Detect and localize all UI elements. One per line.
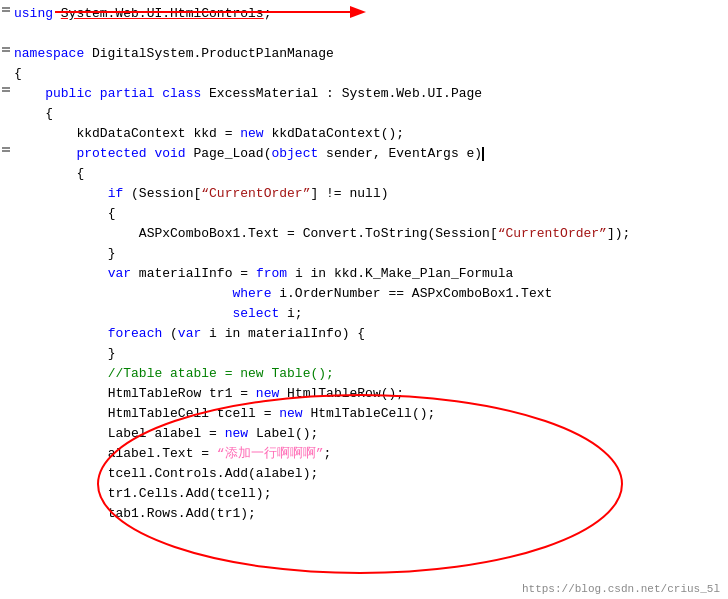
code-line: using System.Web.UI.HtmlControls; <box>0 4 728 24</box>
code-token: foreach <box>108 326 170 341</box>
code-line: ASPxComboBox1.Text = Convert.ToString(Se… <box>0 224 728 244</box>
code-token: sender, EventArgs e) <box>326 146 482 161</box>
code-line: } <box>0 244 728 264</box>
line-content: namespace DigitalSystem.ProductPlanManag… <box>12 44 728 64</box>
code-line: where i.OrderNumber == ASPxComboBox1.Tex… <box>0 284 728 304</box>
code-token: “CurrentOrder” <box>498 226 607 241</box>
code-line: var materialInfo = from i in kkd.K_Make_… <box>0 264 728 284</box>
code-token: i in materialInfo) { <box>209 326 365 341</box>
gutter-icon <box>0 84 12 94</box>
line-content: ASPxComboBox1.Text = Convert.ToString(Se… <box>12 224 728 244</box>
svg-rect-8 <box>2 150 10 152</box>
code-token: : <box>318 86 341 101</box>
code-token: (); <box>295 426 318 441</box>
code-token: from <box>256 266 295 281</box>
code-token: namespace <box>14 46 92 61</box>
code-token: object <box>271 146 326 161</box>
code-token: tr1.Cells.Add(tcell); <box>108 486 272 501</box>
code-token: Page_Load( <box>193 146 271 161</box>
line-content: using System.Web.UI.HtmlControls; <box>12 4 728 24</box>
code-line: alabel.Text = “添加一行啊啊啊”; <box>0 444 728 464</box>
code-token: ; <box>264 6 272 21</box>
line-content: { <box>12 104 728 124</box>
line-content: //Table atable = new Table(); <box>12 364 728 384</box>
code-line: { <box>0 204 728 224</box>
code-token: } <box>108 246 116 261</box>
code-token: “添加一行啊啊啊” <box>217 446 324 461</box>
code-line: public partial class ExcessMaterial : Sy… <box>0 84 728 104</box>
code-token: kkd = <box>186 126 241 141</box>
line-content: var materialInfo = from i in kkd.K_Make_… <box>12 264 728 284</box>
code-token: partial <box>100 86 162 101</box>
code-token: DigitalSystem.ProductPlanManage <box>92 46 334 61</box>
code-token: public <box>45 86 100 101</box>
code-token: tr1 = <box>201 386 256 401</box>
code-token: System.Web.UI.Page <box>342 86 482 101</box>
line-content: alabel.Text = “添加一行啊啊啊”; <box>12 444 728 464</box>
code-token: i; <box>287 306 303 321</box>
svg-rect-7 <box>2 147 10 149</box>
line-content: HtmlTableCell tcell = new HtmlTableCell(… <box>12 404 728 424</box>
code-token: alabel.Text = <box>108 446 217 461</box>
line-content: if (Session[“CurrentOrder”] != null) <box>12 184 728 204</box>
code-token: if <box>108 186 131 201</box>
gutter-icon <box>0 4 12 14</box>
code-line: kkdDataContext kkd = new kkdDataContext(… <box>0 124 728 144</box>
code-token: tcell.Controls.Add(alabel); <box>108 466 319 481</box>
code-token: new <box>225 426 256 441</box>
svg-rect-2 <box>2 10 10 12</box>
gutter-icon <box>0 144 12 154</box>
code-token: //Table atable = new Table(); <box>108 366 334 381</box>
code-token: ]); <box>607 226 630 241</box>
code-token: HtmlTableRow <box>287 386 381 401</box>
code-line: HtmlTableRow tr1 = new HtmlTableRow(); <box>0 384 728 404</box>
line-content: { <box>12 164 728 184</box>
code-token: (); <box>381 386 404 401</box>
code-token: alabel = <box>147 426 225 441</box>
code-token: class <box>162 86 209 101</box>
code-token: tab1.Rows.Add(tr1); <box>108 506 256 521</box>
code-token: { <box>76 166 84 181</box>
line-content: } <box>12 244 728 264</box>
code-line: //Table atable = new Table(); <box>0 364 728 384</box>
line-content: { <box>12 204 728 224</box>
code-line <box>0 24 728 44</box>
svg-rect-3 <box>2 47 10 49</box>
code-lines: using System.Web.UI.HtmlControls;namespa… <box>0 4 728 524</box>
line-content: HtmlTableRow tr1 = new HtmlTableRow(); <box>12 384 728 404</box>
line-content: public partial class ExcessMaterial : Sy… <box>12 84 728 104</box>
code-token: ( <box>170 326 178 341</box>
code-editor: using System.Web.UI.HtmlControls;namespa… <box>0 0 728 599</box>
code-token: i in kkd.K_Make_Plan_Formula <box>295 266 513 281</box>
code-token: select <box>232 306 287 321</box>
code-token: ExcessMaterial <box>209 86 318 101</box>
svg-rect-6 <box>2 90 10 92</box>
code-token: tcell = <box>209 406 279 421</box>
code-token: (); <box>381 126 404 141</box>
code-token: new <box>279 406 310 421</box>
code-token: { <box>45 106 53 121</box>
code-token: System.Web.UI.HtmlControls <box>61 6 264 21</box>
code-token: new <box>256 386 287 401</box>
code-token: protected <box>76 146 154 161</box>
code-token: kkdDataContext <box>76 126 185 141</box>
code-token: { <box>108 206 116 221</box>
code-line: namespace DigitalSystem.ProductPlanManag… <box>0 44 728 64</box>
code-token: HtmlTableRow <box>108 386 202 401</box>
code-token: materialInfo = <box>139 266 256 281</box>
gutter-icon <box>0 44 12 54</box>
code-line: } <box>0 344 728 364</box>
svg-rect-1 <box>2 7 10 9</box>
code-token: HtmlTableCell <box>310 406 411 421</box>
code-token: } <box>108 346 116 361</box>
code-token: (Session[ <box>131 186 201 201</box>
code-token: “CurrentOrder” <box>201 186 310 201</box>
line-content: tr1.Cells.Add(tcell); <box>12 484 728 504</box>
watermark: https://blog.csdn.net/crius_5l <box>522 583 720 595</box>
line-content: tcell.Controls.Add(alabel); <box>12 464 728 484</box>
code-token: var <box>108 266 139 281</box>
line-content: kkdDataContext kkd = new kkdDataContext(… <box>12 124 728 144</box>
code-token: ] != null) <box>310 186 388 201</box>
svg-rect-4 <box>2 50 10 52</box>
line-content: } <box>12 344 728 364</box>
